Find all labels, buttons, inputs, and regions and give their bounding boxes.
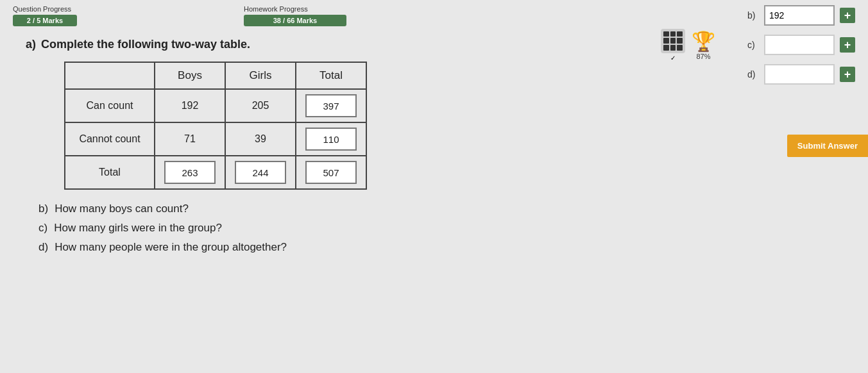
answer-input-d[interactable] (764, 64, 835, 85)
can-count-boys: 192 (155, 89, 225, 122)
grid-dot (663, 38, 669, 44)
homework-progress-bar: 38 / 66 Marks (244, 15, 346, 26)
grid-dot (670, 31, 676, 37)
homework-progress-label: Homework Progress (244, 5, 308, 13)
answer-row-c: c) + (747, 35, 855, 55)
table-header-boys: Boys (155, 62, 225, 89)
answer-input-c[interactable] (764, 35, 835, 55)
grid-icon[interactable] (661, 29, 685, 53)
answer-label-b: b) (747, 10, 759, 21)
grid-dot (663, 31, 669, 37)
sub-q-letter-b: b) (38, 203, 48, 215)
trophy-area: 🏆 87% (692, 30, 715, 60)
answer-label-c: c) (747, 40, 759, 50)
question-a-label: a) (26, 38, 36, 51)
grid-dot (677, 38, 683, 44)
trophy-icon: 🏆 (692, 30, 715, 53)
top-right-area: ✓ 🏆 87% b) + c) + d) + (661, 5, 855, 85)
total-all: 507 (296, 156, 366, 189)
table-row-can-count: Can count 192 205 397 (65, 89, 366, 122)
sub-questions: b) How many boys can count? c) How many … (26, 203, 842, 254)
sub-q-text-b: How many boys can count? (55, 203, 189, 215)
answer-row-b: b) + (747, 5, 855, 26)
sub-question-b: b) How many boys can count? (38, 203, 842, 215)
table-row-cannot-count: Cannot count 71 39 110 (65, 122, 366, 156)
table-header-total: Total (296, 62, 366, 89)
plus-button-d[interactable]: + (840, 67, 855, 82)
question-a-text: Complete the following two-way table. (41, 38, 250, 51)
answer-panel: b) + c) + d) + (747, 5, 855, 85)
table-row-total: Total 263 244 507 (65, 156, 366, 189)
top-bar: Question Progress 2 / 5 Marks Homework P… (0, 0, 868, 31)
two-way-table: Boys Girls Total Can count 192 205 397 C… (64, 62, 367, 190)
row-label-cannot-count: Cannot count (65, 122, 155, 156)
question-progress-label: Question Progress (13, 5, 71, 13)
row-label-can-count: Can count (65, 89, 155, 122)
row-label-total: Total (65, 156, 155, 189)
answer-row-d: d) + (747, 64, 855, 85)
question-progress-block: Question Progress 2 / 5 Marks (13, 5, 77, 26)
table-header-girls: Girls (225, 62, 296, 89)
plus-button-c[interactable]: + (840, 37, 855, 53)
sub-q-letter-d: d) (38, 241, 48, 254)
table-header-empty (65, 62, 155, 89)
total-girls: 244 (225, 156, 296, 189)
grid-dot (670, 45, 676, 51)
sub-q-text-d: How many people were in the group altoge… (55, 241, 287, 254)
grid-dot (670, 38, 676, 44)
answer-input-b[interactable] (764, 5, 835, 26)
plus-button-b[interactable]: + (840, 8, 855, 23)
total-boys: 263 (155, 156, 225, 189)
percent-label: 87% (696, 53, 710, 60)
grid-dot (663, 45, 669, 51)
checkmark-label: ✓ (670, 54, 676, 62)
grid-dot (677, 45, 683, 51)
sub-question-d: d) How many people were in the group alt… (38, 241, 842, 254)
homework-progress-block: Homework Progress 38 / 66 Marks (244, 5, 346, 26)
can-count-girls: 205 (225, 89, 296, 122)
cannot-count-boys: 71 (155, 122, 225, 156)
sub-question-c: c) How many girls were in the group? (38, 222, 842, 235)
grid-dot (677, 31, 683, 37)
can-count-total: 397 (296, 89, 366, 122)
question-progress-bar: 2 / 5 Marks (13, 15, 77, 26)
answer-label-d: d) (747, 69, 759, 79)
table-header-row: Boys Girls Total (65, 62, 366, 89)
cannot-count-girls: 39 (225, 122, 296, 156)
submit-button[interactable]: Submit Answer (787, 135, 868, 157)
cannot-count-total: 110 (296, 122, 366, 156)
sub-q-letter-c: c) (38, 222, 47, 235)
sub-q-text-c: How many girls were in the group? (54, 222, 222, 235)
